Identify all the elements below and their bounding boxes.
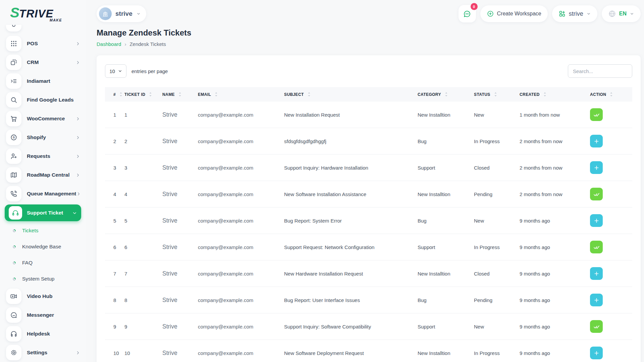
search-input[interactable] [568, 64, 632, 78]
sidebar-item-messenger[interactable]: Messenger [0, 306, 86, 324]
workspace-selector[interactable]: strive [97, 5, 146, 22]
column-header-label: EMAIL [198, 92, 211, 97]
table-controls: 10 entries per page [105, 64, 632, 78]
add-ticket-action-button[interactable] [590, 267, 603, 280]
bullet-icon [12, 229, 16, 233]
sidebar-item-support-ticket[interactable]: Support Ticket [5, 204, 81, 221]
add-ticket-action-button[interactable] [590, 214, 603, 227]
sidebar-item-requests[interactable]: Requests [0, 147, 86, 166]
partially-visible-sidebar-item[interactable] [0, 25, 86, 33]
chevron-right-icon [75, 41, 80, 46]
column-header-label: CATEGORY [418, 92, 441, 97]
resolve-ticket-button[interactable] [590, 108, 603, 121]
topbar: strive 0 Create Workspace strive [86, 0, 644, 24]
cell-action [590, 128, 632, 155]
strive-logo[interactable]: STRIVE MAKE [0, 0, 86, 25]
chevron-right-icon [75, 350, 80, 355]
cell-subject: New Software Deployment Request [284, 340, 418, 362]
add-ticket-action-button[interactable] [590, 161, 603, 174]
cell-name: Strive [162, 313, 198, 340]
cell-email: company@example.com [198, 234, 284, 260]
cell-name: Strive [162, 287, 198, 313]
cell-name: Strive [162, 155, 198, 181]
sidebar-item-label: POS [27, 41, 75, 47]
resolve-ticket-button[interactable] [590, 241, 603, 253]
sidebar-item-label: Support Ticket [27, 210, 72, 216]
cell-category: Support [418, 155, 474, 181]
sidebar-item-shopify[interactable]: SShopify [0, 128, 86, 147]
cell-name: Strive [162, 340, 198, 362]
sidebar-subitem-system-setup[interactable]: System Setup [0, 271, 86, 287]
column-header-label: TICKET ID [124, 92, 145, 97]
breadcrumb-dashboard-link[interactable]: Dashboard [97, 41, 121, 47]
sidebar-subitem-tickets[interactable]: Tickets [0, 223, 86, 239]
sidebar-item-label: Indiamart [27, 78, 80, 84]
tickets-table: #TICKET IDNAMEEMAILSUBJECTCATEGORYSTATUS… [105, 87, 632, 362]
cell-created: 9 months ago [520, 207, 590, 234]
gear-icon [6, 345, 21, 360]
chat-icon [6, 307, 21, 323]
sidebar-item-find-google-leads[interactable]: Find Google Leads [0, 90, 86, 109]
column-header-action[interactable]: ACTION [590, 87, 632, 102]
crm-icon [6, 55, 21, 70]
svg-text:S: S [13, 135, 15, 139]
sort-arrows-icon [215, 92, 218, 97]
topbar-actions: 0 Create Workspace strive [459, 5, 641, 22]
language-selector[interactable]: EN [602, 5, 641, 22]
column-header-subject[interactable]: SUBJECT [284, 87, 418, 102]
sidebar-subitem-faq[interactable]: FAQ [0, 255, 86, 271]
cell-name: Strive [162, 128, 198, 155]
phone-call-icon [6, 186, 21, 201]
sidebar-item-queue-management[interactable]: Queue Management [0, 184, 86, 203]
cell-category: New Installtion [418, 181, 474, 207]
chevron-right-icon [75, 135, 80, 140]
headphones-icon [6, 326, 21, 342]
sidebar-item-settings[interactable]: Settings [0, 343, 86, 362]
cell-email: company@example.com [198, 313, 284, 340]
sidebar-subitem-knowledge-base[interactable]: Knowledge Base [0, 239, 86, 255]
cell-status: In Progress [474, 234, 520, 260]
sidebar-item-video-hub[interactable]: Video Hub [0, 287, 86, 306]
cell-created: 1 month from now [520, 102, 590, 128]
entries-per-page-value: 10 [109, 68, 115, 74]
sidebar-item-label: WooCommerce [27, 116, 75, 122]
column-header-ticket-id[interactable]: TICKET ID [124, 87, 162, 102]
sidebar-item-helpdesk[interactable]: Helpdesk [0, 324, 86, 343]
cell-ticket-id: 7 [124, 260, 162, 287]
resolve-ticket-button[interactable] [590, 188, 603, 200]
workspace-switcher[interactable]: strive [552, 5, 597, 22]
entries-per-page-select[interactable]: 10 [105, 64, 126, 78]
sidebar-item-roadmap-central[interactable]: RoadMap Central [0, 166, 86, 184]
add-ticket-action-button[interactable] [590, 135, 603, 147]
column-header-num[interactable]: # [105, 87, 124, 102]
column-header-email[interactable]: EMAIL [198, 87, 284, 102]
column-header-label: # [113, 92, 116, 97]
column-header-status[interactable]: STATUS [474, 87, 520, 102]
plus-icon [593, 270, 600, 277]
sidebar-item-label: Find Google Leads [27, 97, 80, 103]
add-ticket-action-button[interactable] [590, 347, 603, 359]
sidebar-item-woocommerce[interactable]: WooCommerce [0, 109, 86, 128]
create-workspace-label: Create Workspace [497, 11, 541, 17]
cell-created: 9 months ago [520, 260, 590, 287]
main-area: strive 0 Create Workspace strive [86, 0, 644, 362]
page-header: Manage Zendesk Tickets Dashboard › Zende… [97, 28, 644, 47]
create-workspace-button[interactable]: Create Workspace [480, 5, 548, 22]
sidebar-item-indiamart[interactable]: Indiamart [0, 72, 86, 90]
column-header-category[interactable]: CATEGORY [418, 87, 474, 102]
column-header-name[interactable]: NAME [162, 87, 198, 102]
sidebar-item-label: Helpdesk [27, 331, 80, 337]
cell-subject: New Installation Request [284, 102, 418, 128]
sidebar-item-pos[interactable]: POS [0, 34, 86, 53]
sidebar-item-label: Queue Management [27, 191, 76, 197]
sidebar-item-label: Shopify [27, 134, 75, 140]
cell-num: 5 [105, 207, 124, 234]
add-ticket-action-button[interactable] [590, 294, 603, 306]
resolve-ticket-button[interactable] [590, 320, 603, 333]
sidebar: STRIVE MAKE POSCRMIndiamartFind Google L… [0, 0, 86, 362]
chat-button[interactable]: 0 [459, 5, 476, 22]
sidebar-item-crm[interactable]: CRM [0, 53, 86, 72]
cell-num: 3 [105, 155, 124, 181]
cell-created: 9 months ago [520, 313, 590, 340]
column-header-created[interactable]: CREATED [520, 87, 590, 102]
